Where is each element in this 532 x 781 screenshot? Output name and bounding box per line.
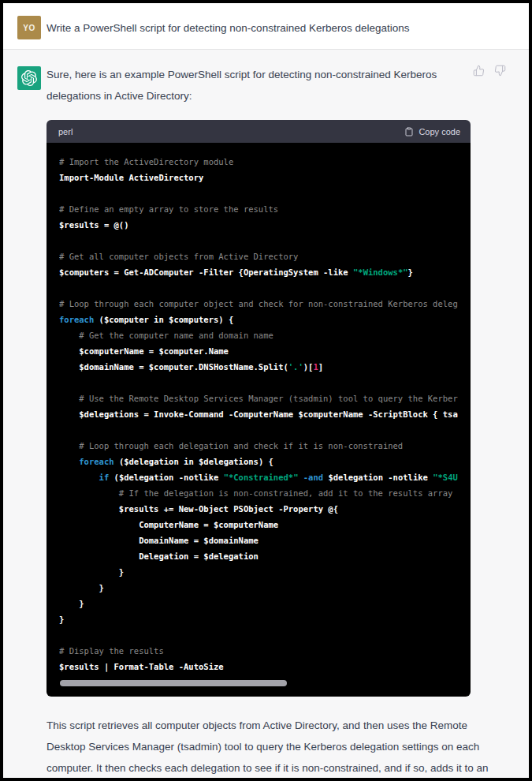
assistant-intro-text: Sure, here is an example PowerShell scri… <box>47 64 478 106</box>
user-message-text: Write a PowerShell script for detecting … <box>47 17 505 39</box>
code-block-header: perl Copy code <box>47 120 471 143</box>
thumbs-down-icon <box>494 65 506 77</box>
thumbs-down-button[interactable] <box>493 65 506 77</box>
user-avatar: YO <box>17 16 41 39</box>
chat-window: YO Write a PowerShell script for detecti… <box>0 0 532 781</box>
feedback-buttons <box>472 65 506 77</box>
copy-code-label: Copy code <box>419 127 460 136</box>
code-content[interactable]: # Import the ActiveDirectory moduleImpor… <box>59 154 458 674</box>
chatgpt-avatar <box>17 66 41 90</box>
code-language-label: perl <box>58 127 73 136</box>
openai-logo-icon <box>21 70 37 86</box>
thumbs-up-button[interactable] <box>472 65 485 77</box>
horizontal-scrollbar-thumb[interactable] <box>60 680 287 686</box>
assistant-outro-text: This script retrieves all computer objec… <box>47 715 502 781</box>
horizontal-scrollbar-track <box>59 678 458 689</box>
copy-code-button[interactable]: Copy code <box>404 127 460 136</box>
assistant-message-row: Sure, here is an example PowerShell scri… <box>3 49 529 781</box>
user-message-row: YO Write a PowerShell script for detecti… <box>3 3 529 49</box>
code-block: perl Copy code # Import the ActiveDirect… <box>47 120 471 697</box>
code-body: # Import the ActiveDirectory moduleImpor… <box>47 143 471 697</box>
clipboard-icon <box>404 127 414 136</box>
thumbs-up-icon <box>473 65 485 77</box>
